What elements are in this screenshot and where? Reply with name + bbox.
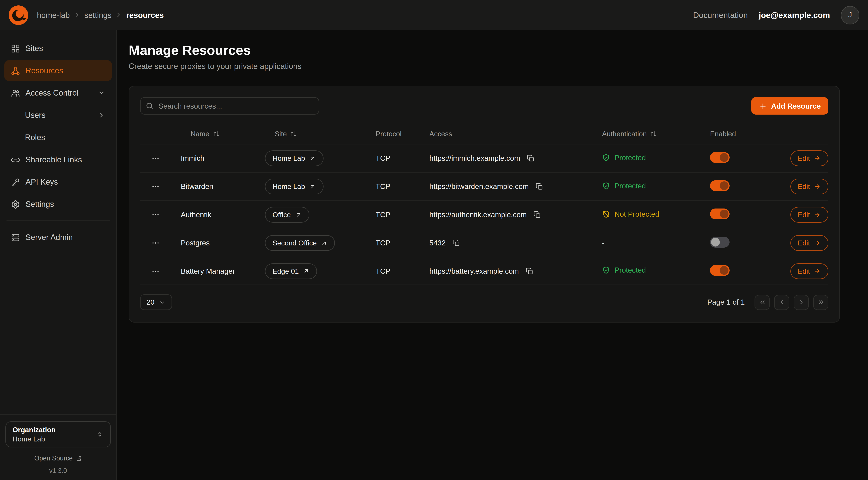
auth-status: Not Protected <box>602 210 659 218</box>
open-source-link[interactable]: Open Source <box>5 454 111 462</box>
sidebar-item-sites[interactable]: Sites <box>4 38 112 59</box>
sidebar-item-users[interactable]: Users <box>4 105 112 125</box>
shield-check-icon <box>602 153 610 161</box>
edit-button[interactable]: Edit <box>790 207 828 222</box>
site-link[interactable]: Edge 01 <box>265 263 317 279</box>
breadcrumb-home-lab[interactable]: home-lab <box>37 11 70 19</box>
auth-label: - <box>602 239 604 247</box>
sidebar-item-label: Roles <box>25 133 45 142</box>
chevrons-up-down-icon <box>96 430 104 438</box>
sidebar-item-resources[interactable]: Resources <box>4 60 112 81</box>
sidebar-spacer <box>4 249 112 414</box>
search-box <box>140 97 319 115</box>
chevron-down-icon <box>159 299 166 305</box>
avatar[interactable]: J <box>841 6 859 24</box>
edit-button[interactable]: Edit <box>790 150 828 166</box>
column-header-authentication[interactable]: Authentication <box>602 129 710 138</box>
access-url: https://bitwarden.example.com <box>429 182 529 190</box>
edit-button[interactable]: Edit <box>790 263 828 279</box>
site-link[interactable]: Home Lab <box>265 179 323 194</box>
page-info: Page 1 of 1 <box>707 298 745 306</box>
users-icon <box>11 88 20 97</box>
column-header-name[interactable]: Name <box>181 129 265 138</box>
row-menu-button[interactable] <box>149 236 162 250</box>
column-header-label: Authentication <box>602 129 647 138</box>
column-header-site[interactable]: Site <box>265 129 376 138</box>
edit-label: Edit <box>798 211 810 219</box>
chevron-right-icon <box>98 111 105 119</box>
site-link[interactable]: Home Lab <box>265 150 323 166</box>
site-link[interactable]: Office <box>265 207 309 222</box>
search-input[interactable] <box>140 97 319 115</box>
waypoints-icon <box>11 66 20 75</box>
first-page-button[interactable] <box>754 295 770 310</box>
copy-icon[interactable] <box>534 181 545 192</box>
resource-protocol: TCP <box>376 239 429 247</box>
sidebar-item-label: API Keys <box>26 178 58 186</box>
toggle-knob <box>720 181 728 190</box>
link-icon <box>11 155 20 164</box>
copy-icon[interactable] <box>532 210 542 220</box>
page-size-select[interactable]: 20 <box>140 294 172 310</box>
enabled-toggle[interactable] <box>710 152 730 163</box>
row-menu-button[interactable] <box>149 264 162 278</box>
enabled-toggle[interactable] <box>710 237 730 248</box>
shield-off-icon <box>602 210 610 218</box>
arrow-up-right-icon <box>303 268 310 274</box>
last-page-button[interactable] <box>813 295 828 310</box>
row-menu-button[interactable] <box>149 151 162 165</box>
add-resource-label: Add Resource <box>771 102 821 110</box>
sidebar-item-settings[interactable]: Settings <box>4 194 112 214</box>
edit-label: Edit <box>798 154 810 162</box>
pagination: Page 1 of 1 <box>707 295 828 310</box>
resource-protocol: TCP <box>376 267 429 275</box>
enabled-toggle[interactable] <box>710 265 730 276</box>
arrow-right-icon <box>814 155 821 162</box>
site-link[interactable]: Second Office <box>265 235 335 251</box>
copy-icon[interactable] <box>526 153 536 163</box>
table-row: Bitwarden Home Lab TCP https://bitwarden… <box>140 172 828 200</box>
sidebar-item-label: Server Admin <box>26 233 73 242</box>
user-email[interactable]: joe@example.com <box>759 10 830 20</box>
sidebar-item-label: Resources <box>26 66 63 75</box>
sidebar-divider <box>6 220 110 221</box>
breadcrumb: home-lab settings resources <box>37 11 164 19</box>
next-page-button[interactable] <box>794 295 809 310</box>
documentation-link[interactable]: Documentation <box>693 10 748 20</box>
organization-selector[interactable]: Organization Home Lab <box>5 421 111 447</box>
row-menu-button[interactable] <box>149 208 162 221</box>
add-resource-button[interactable]: Add Resource <box>751 97 828 115</box>
chevron-right-icon <box>115 11 122 19</box>
arrow-right-icon <box>814 183 821 190</box>
row-menu-button[interactable] <box>149 180 162 193</box>
arrow-up-right-icon <box>321 240 328 246</box>
sidebar-item-shareable-links[interactable]: Shareable Links <box>4 149 112 170</box>
sidebar-item-api-keys[interactable]: API Keys <box>4 172 112 192</box>
sidebar-item-roles[interactable]: Roles <box>4 127 112 148</box>
sidebar-item-server-admin[interactable]: Server Admin <box>4 227 112 248</box>
pangolin-logo-icon <box>9 5 28 25</box>
auth-status: Protected <box>602 266 646 274</box>
edit-button[interactable]: Edit <box>790 179 828 194</box>
app-logo[interactable] <box>9 5 28 25</box>
enabled-toggle[interactable] <box>710 209 730 219</box>
sidebar-item-label: Sites <box>26 44 43 53</box>
arrow-right-icon <box>814 239 821 246</box>
edit-button[interactable]: Edit <box>790 235 828 251</box>
sidebar-item-access-control[interactable]: Access Control <box>4 83 112 103</box>
resource-protocol: TCP <box>376 211 429 219</box>
chevron-right-icon <box>798 299 805 306</box>
copy-icon[interactable] <box>524 266 534 276</box>
layout-grid-icon <box>11 44 20 53</box>
auth-label: Protected <box>615 153 646 161</box>
site-label: Office <box>273 211 291 219</box>
sidebar-item-label: Access Control <box>26 89 79 97</box>
app-root: home-lab settings resources Documentatio… <box>0 0 868 480</box>
enabled-toggle[interactable] <box>710 180 730 191</box>
resource-name: Immich <box>181 154 265 162</box>
page-size-value: 20 <box>147 298 154 306</box>
copy-icon[interactable] <box>451 238 461 248</box>
breadcrumb-settings[interactable]: settings <box>84 11 112 19</box>
previous-page-button[interactable] <box>774 295 789 310</box>
resource-name: Postgres <box>181 239 265 247</box>
